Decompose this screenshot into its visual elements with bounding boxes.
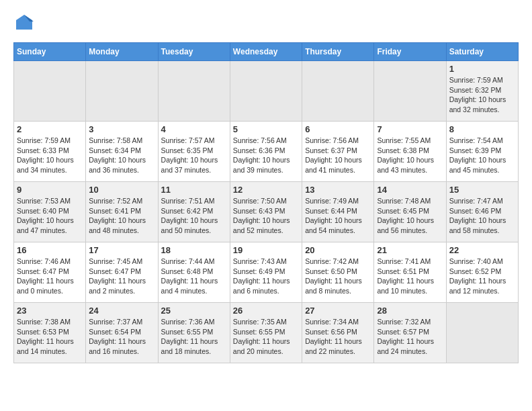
calendar-cell: 10Sunrise: 7:52 AMSunset: 6:41 PMDayligh… [86, 182, 158, 242]
day-info: Sunrise: 7:59 AMSunset: 6:33 PMDaylight:… [17, 136, 83, 175]
day-header-sunday: Sunday [14, 43, 86, 61]
day-number: 19 [233, 245, 299, 255]
day-info: Sunrise: 7:56 AMSunset: 6:36 PMDaylight:… [233, 136, 299, 175]
calendar-cell: 12Sunrise: 7:50 AMSunset: 6:43 PMDayligh… [230, 182, 302, 242]
day-info: Sunrise: 7:34 AMSunset: 6:56 PMDaylight:… [305, 317, 371, 357]
calendar-cell: 22Sunrise: 7:40 AMSunset: 6:52 PMDayligh… [446, 242, 518, 303]
calendar-cell: 27Sunrise: 7:34 AMSunset: 6:56 PMDayligh… [302, 303, 374, 363]
day-info: Sunrise: 7:42 AMSunset: 6:50 PMDaylight:… [305, 257, 371, 296]
calendar-cell [158, 61, 230, 122]
calendar-week-3: 9Sunrise: 7:53 AMSunset: 6:40 PMDaylight… [14, 182, 519, 242]
day-info: Sunrise: 7:37 AMSunset: 6:54 PMDaylight:… [89, 317, 154, 357]
calendar-cell: 25Sunrise: 7:36 AMSunset: 6:55 PMDayligh… [158, 303, 230, 363]
calendar-cell: 26Sunrise: 7:35 AMSunset: 6:55 PMDayligh… [230, 303, 302, 363]
day-header-saturday: Saturday [446, 43, 518, 61]
calendar-cell: 20Sunrise: 7:42 AMSunset: 6:50 PMDayligh… [302, 242, 374, 303]
day-number: 21 [377, 245, 443, 255]
calendar-week-5: 23Sunrise: 7:38 AMSunset: 6:53 PMDayligh… [14, 303, 519, 363]
day-number: 2 [17, 124, 83, 134]
calendar-cell [374, 61, 446, 122]
day-number: 14 [377, 185, 443, 195]
day-number: 10 [89, 185, 154, 195]
calendar-cell: 21Sunrise: 7:41 AMSunset: 6:51 PMDayligh… [374, 242, 446, 303]
day-info: Sunrise: 7:52 AMSunset: 6:41 PMDaylight:… [89, 196, 154, 236]
day-number: 7 [377, 124, 443, 134]
day-header-monday: Monday [86, 43, 158, 61]
day-info: Sunrise: 7:44 AMSunset: 6:48 PMDaylight:… [161, 257, 227, 296]
day-info: Sunrise: 7:50 AMSunset: 6:43 PMDaylight:… [233, 196, 299, 236]
calendar-cell: 8Sunrise: 7:54 AMSunset: 6:39 PMDaylight… [446, 122, 518, 182]
calendar-cell: 6Sunrise: 7:56 AMSunset: 6:37 PMDaylight… [302, 122, 374, 182]
day-number: 6 [305, 124, 371, 134]
page-header [13, 13, 519, 36]
calendar-cell: 1Sunrise: 7:59 AMSunset: 6:32 PMDaylight… [446, 61, 518, 122]
day-info: Sunrise: 7:32 AMSunset: 6:57 PMDaylight:… [377, 317, 443, 357]
day-info: Sunrise: 7:53 AMSunset: 6:40 PMDaylight:… [17, 196, 83, 236]
day-number: 20 [305, 245, 371, 255]
day-info: Sunrise: 7:58 AMSunset: 6:34 PMDaylight:… [89, 136, 154, 175]
day-number: 28 [377, 306, 443, 316]
calendar-cell: 13Sunrise: 7:49 AMSunset: 6:44 PMDayligh… [302, 182, 374, 242]
day-number: 27 [305, 306, 371, 316]
day-number: 8 [449, 124, 515, 134]
calendar-week-2: 2Sunrise: 7:59 AMSunset: 6:33 PMDaylight… [14, 122, 519, 182]
day-info: Sunrise: 7:54 AMSunset: 6:39 PMDaylight:… [449, 136, 515, 175]
calendar-cell: 23Sunrise: 7:38 AMSunset: 6:53 PMDayligh… [14, 303, 86, 363]
day-number: 1 [449, 64, 515, 74]
logo-icon [15, 13, 34, 32]
day-info: Sunrise: 7:56 AMSunset: 6:37 PMDaylight:… [305, 136, 371, 175]
day-info: Sunrise: 7:45 AMSunset: 6:47 PMDaylight:… [89, 257, 154, 296]
calendar-week-4: 16Sunrise: 7:46 AMSunset: 6:47 PMDayligh… [14, 242, 519, 303]
calendar-cell: 11Sunrise: 7:51 AMSunset: 6:42 PMDayligh… [158, 182, 230, 242]
day-number: 12 [233, 185, 299, 195]
day-number: 26 [233, 306, 299, 316]
calendar-cell: 9Sunrise: 7:53 AMSunset: 6:40 PMDaylight… [14, 182, 86, 242]
day-header-tuesday: Tuesday [158, 43, 230, 61]
day-info: Sunrise: 7:55 AMSunset: 6:38 PMDaylight:… [377, 136, 443, 175]
calendar-cell: 19Sunrise: 7:43 AMSunset: 6:49 PMDayligh… [230, 242, 302, 303]
calendar-header-row: SundayMondayTuesdayWednesdayThursdayFrid… [14, 43, 519, 61]
day-info: Sunrise: 7:49 AMSunset: 6:44 PMDaylight:… [305, 196, 371, 236]
day-number: 17 [89, 245, 154, 255]
day-number: 5 [233, 124, 299, 134]
day-number: 3 [89, 124, 154, 134]
day-number: 24 [89, 306, 154, 316]
calendar-week-1: 1Sunrise: 7:59 AMSunset: 6:32 PMDaylight… [14, 61, 519, 122]
calendar-cell: 28Sunrise: 7:32 AMSunset: 6:57 PMDayligh… [374, 303, 446, 363]
calendar-table: SundayMondayTuesdayWednesdayThursdayFrid… [13, 42, 519, 363]
calendar-cell [302, 61, 374, 122]
calendar-cell: 5Sunrise: 7:56 AMSunset: 6:36 PMDaylight… [230, 122, 302, 182]
calendar-cell: 4Sunrise: 7:57 AMSunset: 6:35 PMDaylight… [158, 122, 230, 182]
day-info: Sunrise: 7:41 AMSunset: 6:51 PMDaylight:… [377, 257, 443, 296]
calendar-cell [14, 61, 86, 122]
day-info: Sunrise: 7:47 AMSunset: 6:46 PMDaylight:… [449, 196, 515, 236]
calendar-cell [230, 61, 302, 122]
day-info: Sunrise: 7:51 AMSunset: 6:42 PMDaylight:… [161, 196, 227, 236]
day-info: Sunrise: 7:40 AMSunset: 6:52 PMDaylight:… [449, 257, 515, 296]
day-number: 16 [17, 245, 83, 255]
day-info: Sunrise: 7:59 AMSunset: 6:32 PMDaylight:… [449, 75, 515, 115]
day-header-friday: Friday [374, 43, 446, 61]
day-number: 11 [161, 185, 227, 195]
calendar-cell: 3Sunrise: 7:58 AMSunset: 6:34 PMDaylight… [86, 122, 158, 182]
calendar-cell: 2Sunrise: 7:59 AMSunset: 6:33 PMDaylight… [14, 122, 86, 182]
calendar-cell: 24Sunrise: 7:37 AMSunset: 6:54 PMDayligh… [86, 303, 158, 363]
day-header-thursday: Thursday [302, 43, 374, 61]
calendar-cell: 16Sunrise: 7:46 AMSunset: 6:47 PMDayligh… [14, 242, 86, 303]
calendar-cell: 18Sunrise: 7:44 AMSunset: 6:48 PMDayligh… [158, 242, 230, 303]
day-info: Sunrise: 7:46 AMSunset: 6:47 PMDaylight:… [17, 257, 83, 296]
logo [13, 13, 34, 36]
day-number: 18 [161, 245, 227, 255]
calendar-cell [446, 303, 518, 363]
day-number: 13 [305, 185, 371, 195]
day-info: Sunrise: 7:48 AMSunset: 6:45 PMDaylight:… [377, 196, 443, 236]
day-info: Sunrise: 7:36 AMSunset: 6:55 PMDaylight:… [161, 317, 227, 357]
day-number: 9 [17, 185, 83, 195]
day-number: 4 [161, 124, 227, 134]
day-info: Sunrise: 7:35 AMSunset: 6:55 PMDaylight:… [233, 317, 299, 357]
calendar-cell [86, 61, 158, 122]
day-number: 22 [449, 245, 515, 255]
calendar-cell: 7Sunrise: 7:55 AMSunset: 6:38 PMDaylight… [374, 122, 446, 182]
day-info: Sunrise: 7:38 AMSunset: 6:53 PMDaylight:… [17, 317, 83, 357]
calendar-cell: 14Sunrise: 7:48 AMSunset: 6:45 PMDayligh… [374, 182, 446, 242]
